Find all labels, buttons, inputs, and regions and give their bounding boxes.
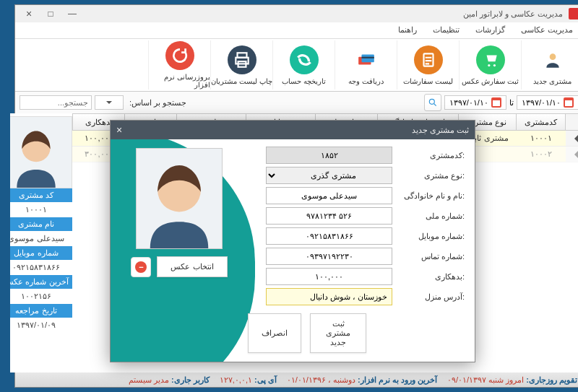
side-panel: کد مشتری ۱۰۰۰۱ نام مشتری سیدعلی موسوی شم… [0,113,62,373]
side-name-label: نام مشتری [0,217,62,231]
svg-point-10 [419,99,424,104]
window-close-button[interactable]: × [9,6,29,21]
menu-photography[interactable]: مدیریت عکاسی [508,24,566,38]
app-icon [558,8,570,19]
window-max-button[interactable]: □ [30,6,51,21]
tel-field[interactable] [256,248,382,265]
search-basis-label: جستجو بر اساس: [119,98,176,108]
pick-photo-button[interactable]: انتخاب عکس [147,256,217,277]
side-visit-value: ۱۳۹۷/۰۱/۰۹ [0,318,62,333]
type-label: :نوع مشتری [389,171,454,180]
photo-preview [126,148,212,249]
calendar-icon [481,97,491,108]
toolbar-payment[interactable]: دریافت وجه [324,40,387,90]
menu-reports[interactable]: گزارشات [462,24,498,38]
side-code-label: کد مشتری [0,188,62,202]
toolbar-update[interactable]: بروزرسانی نرم افزار [138,40,200,90]
date-to[interactable]: ۱۳۹۷/۰۱/۱۰ [434,95,496,110]
mobile-label: :شماره موبایل [389,232,454,241]
code-field [256,147,382,164]
debt-label: :بدهکاری [389,272,454,282]
debt-field[interactable] [256,268,382,285]
code-label: :کدمشتری [389,151,454,160]
dialog-close-button[interactable]: × [106,124,112,136]
dialog-title: ثبت مشتری جدید [112,126,459,135]
nid-label: :شماره ملی [389,212,454,221]
search-button[interactable] [414,94,431,111]
svg-rect-6 [351,56,363,58]
search-input[interactable] [9,95,82,110]
svg-point-0 [539,53,545,60]
date-to-label: تا [499,98,504,108]
side-lastphoto-value: ۱۰۰۲۱۵۶ [0,289,62,304]
photo-panel: انتخاب عکس − [100,139,238,362]
new-customer-dialog: × ثبت مشتری جدید :کدمشتری :نوع مشتریمشتر… [100,120,465,362]
dialog-titlebar: × ثبت مشتری جدید [100,121,465,139]
name-label: :نام و نام خانوادگی [389,191,454,201]
col-code[interactable]: کدمشتری [506,114,556,130]
remove-photo-button[interactable]: − [121,257,141,277]
menu-help[interactable]: راهنما [385,24,410,38]
customer-form: :کدمشتری :نوع مشتریمشتری گذری :نام و نام… [238,139,465,362]
date-from[interactable]: ۱۳۹۷/۰۱/۱۰ [506,95,569,110]
mobile-field[interactable] [256,227,382,245]
tel-label: :شماره تماس [389,252,454,261]
toolbar-account-history[interactable]: تاریخچه حساب [262,40,324,90]
nid-field[interactable] [256,207,382,225]
window-min-button[interactable]: — [52,6,72,21]
toolbar-new-order[interactable]: ثبت سفارش عکس [449,40,511,90]
submit-button[interactable]: ثبت مشتری جدید [300,313,356,353]
toolbar: مشتری جدید ثبت سفارش عکس لیست سفارشات در… [5,38,573,92]
statusbar: کاربر جاری: مدیر سیستم آی پی: ۱۲۷,۰,۰,۱ … [5,373,573,387]
toolbar-orders-list[interactable]: لیست سفارشات [387,40,449,90]
name-field[interactable] [256,187,382,204]
customer-photo [0,116,62,188]
addr-label: :آدرس منزل [389,292,454,302]
addr-field[interactable] [256,288,382,305]
side-code-value: ۱۰۰۰۱ [0,202,62,217]
toolbar-new-customer[interactable]: مشتری جدید [511,40,573,90]
toolbar-print-customers[interactable]: چاپ لیست مشتریان [200,40,262,90]
menu-settings[interactable]: تنظیمات [420,24,452,38]
window-title: مدیریت عکاسی و لابراتور امین [73,9,556,19]
side-name-value: سیدعلی موسوی [0,231,62,246]
side-mobile-value: ۰۹۲۱۵۸۳۱۸۶۶ [0,260,62,275]
svg-point-1 [478,64,480,66]
side-mobile-label: شماره موبایل [0,246,62,260]
side-lastphoto-label: آخرین شماره عکس [0,275,62,289]
type-select[interactable]: مشتری گذری [256,167,382,184]
calendar-icon [553,97,564,108]
cancel-button[interactable]: انصراف [238,313,291,353]
search-basis-dropdown[interactable] [85,95,113,110]
filter-bar: ۱۳۹۷/۰۱/۱۰ تا ۱۳۹۷/۰۱/۱۰ جستجو بر اساس: [5,92,573,113]
side-visit-label: تاریخ مراجعه [0,304,62,318]
menubar: مدیریت عکاسی گزارشات تنظیمات راهنما [5,22,573,38]
svg-point-2 [483,64,485,66]
titlebar: × □ — مدیریت عکاسی و لابراتور امین [5,5,573,22]
minus-icon: − [125,261,137,273]
